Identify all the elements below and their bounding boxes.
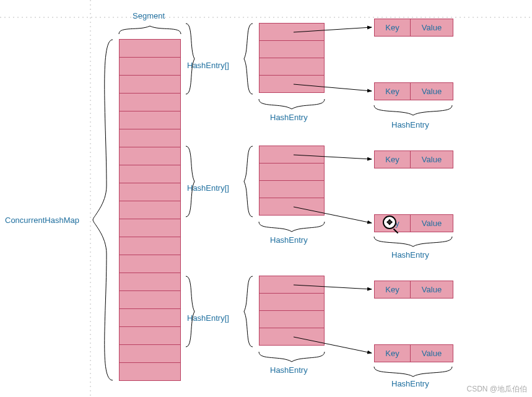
segment-array bbox=[119, 40, 181, 381]
key-cell: Key bbox=[375, 83, 411, 100]
segment-cell bbox=[119, 111, 181, 129]
hash-entry-cell bbox=[259, 276, 325, 294]
hash-entry-cell bbox=[259, 23, 325, 41]
hash-entry-label: HashEntry bbox=[391, 379, 429, 388]
key-value-node: Key Value bbox=[374, 151, 453, 168]
segment-cell bbox=[119, 57, 181, 76]
key-cell: Key bbox=[375, 151, 411, 168]
value-cell: Value bbox=[411, 83, 453, 100]
segment-cell bbox=[119, 255, 181, 273]
segment-cell bbox=[119, 273, 181, 291]
hash-entry-label: HashEntry bbox=[391, 120, 429, 129]
value-cell: Value bbox=[411, 151, 453, 168]
hash-entry-label: HashEntry bbox=[270, 365, 308, 375]
hash-entry-label: HashEntry bbox=[270, 235, 308, 245]
concurrent-hashmap-label: ConcurrentHashMap bbox=[5, 216, 79, 225]
hash-entry-cell bbox=[259, 40, 325, 58]
hash-entry-cell bbox=[259, 328, 325, 346]
key-value-node: Key Value bbox=[374, 344, 453, 362]
segment-cell bbox=[119, 237, 181, 255]
key-cell: Key bbox=[375, 345, 411, 362]
segment-cell bbox=[119, 308, 181, 327]
segment-cell bbox=[119, 326, 181, 345]
hash-entry-cell bbox=[259, 163, 325, 181]
key-cell: Key bbox=[375, 19, 411, 36]
hash-entry-label: HashEntry bbox=[270, 113, 308, 122]
segment-cell bbox=[119, 344, 181, 363]
value-cell: Value bbox=[411, 215, 453, 232]
hash-entry-cell bbox=[259, 198, 325, 216]
segment-cell bbox=[119, 165, 181, 183]
segment-cell bbox=[119, 129, 181, 147]
segment-cell bbox=[119, 219, 181, 237]
key-value-node: Key Value bbox=[374, 281, 453, 299]
hash-entry-cell bbox=[259, 75, 325, 93]
segment-cell bbox=[119, 93, 181, 111]
hash-entry-array bbox=[259, 24, 325, 93]
segment-cell bbox=[119, 39, 181, 58]
hash-entry-cell bbox=[259, 310, 325, 328]
hash-entry-array bbox=[259, 146, 325, 216]
hash-entry-cell bbox=[259, 293, 325, 311]
hash-entry-array-label: HashEntry[] bbox=[187, 313, 229, 323]
magnifier-cursor-icon: ✥ bbox=[383, 216, 396, 229]
segment-cell bbox=[119, 75, 181, 94]
key-cell: Key bbox=[375, 281, 411, 298]
hash-entry-cell bbox=[259, 146, 325, 164]
segment-cell bbox=[119, 147, 181, 165]
segment-label: Segment bbox=[133, 11, 165, 20]
segment-cell bbox=[119, 201, 181, 219]
segment-cell bbox=[119, 362, 181, 381]
key-value-node: Key Value bbox=[374, 82, 453, 100]
value-cell: Value bbox=[411, 345, 453, 362]
segment-cell bbox=[119, 183, 181, 201]
hash-entry-array-label: HashEntry[] bbox=[187, 183, 229, 193]
hash-entry-cell bbox=[259, 58, 325, 76]
hash-entry-array bbox=[259, 276, 325, 346]
hash-entry-array-label: HashEntry[] bbox=[187, 61, 229, 70]
value-cell: Value bbox=[411, 281, 453, 298]
hash-entry-label: HashEntry bbox=[391, 250, 429, 260]
hash-entry-cell bbox=[259, 180, 325, 198]
segment-cell bbox=[119, 290, 181, 309]
value-cell: Value bbox=[411, 19, 453, 36]
key-value-node: Key Value bbox=[374, 19, 453, 37]
watermark-text: CSDN @地瓜伯伯 bbox=[466, 384, 527, 395]
